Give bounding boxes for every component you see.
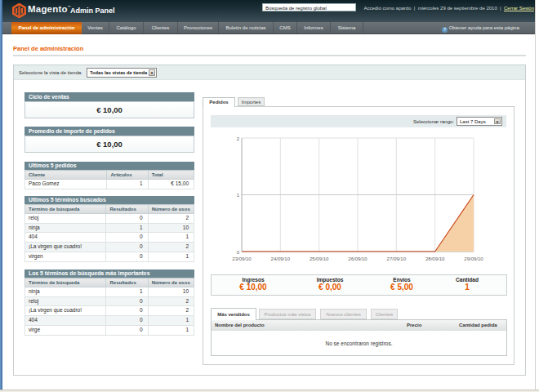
svg-text:2: 2 bbox=[237, 136, 240, 141]
svg-text:24/09/10: 24/09/10 bbox=[271, 256, 291, 261]
svg-text:23/09/10: 23/09/10 bbox=[232, 256, 252, 261]
svg-text:28/09/10: 28/09/10 bbox=[425, 256, 445, 261]
svg-text:1: 1 bbox=[237, 193, 240, 198]
svg-text:0: 0 bbox=[237, 250, 240, 255]
svg-text:27/09/10: 27/09/10 bbox=[387, 256, 407, 261]
svg-text:25/09/10: 25/09/10 bbox=[310, 256, 329, 261]
svg-text:29/09/10: 29/09/10 bbox=[464, 256, 483, 261]
svg-text:26/09/10: 26/09/10 bbox=[348, 256, 368, 261]
